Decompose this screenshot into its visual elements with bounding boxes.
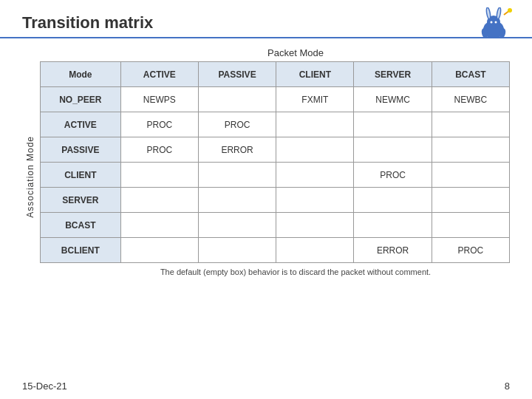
logo-area xyxy=(473,7,517,44)
table-cell xyxy=(276,112,354,137)
table-row: CLIENTPROC xyxy=(41,163,510,188)
table-cell xyxy=(354,137,432,163)
mascot-icon xyxy=(473,7,514,41)
table-cell xyxy=(276,213,354,238)
row-mode-label: ACTIVE xyxy=(41,112,121,137)
row-mode-label: BCAST xyxy=(41,213,121,238)
date-label: 15-Dec-21 xyxy=(22,381,67,392)
footer-note: The default (empty box) behavior is to d… xyxy=(59,267,532,276)
row-mode-label: CLIENT xyxy=(41,163,121,188)
table-row: NO_PEERNEWPSFXMITNEWMCNEWBC xyxy=(41,87,510,112)
table-cell xyxy=(432,213,509,238)
table-cell: PROC xyxy=(354,163,432,188)
table-cell: PROC xyxy=(120,137,198,163)
row-mode-label: NO_PEER xyxy=(41,87,121,112)
table-cell xyxy=(120,163,198,188)
table-cell xyxy=(354,188,432,213)
table-cell xyxy=(120,213,198,238)
table-cell xyxy=(432,188,509,213)
page-number: 8 xyxy=(505,381,510,392)
table-cell xyxy=(198,213,276,238)
table-cell: ERROR xyxy=(198,137,276,163)
table-row: BCLIENTERRORPROC xyxy=(41,238,510,263)
row-mode-label: SERVER xyxy=(41,188,121,213)
packet-mode-label: Packet Mode xyxy=(59,47,532,58)
table-cell xyxy=(354,213,432,238)
col-header-passive: PASSIVE xyxy=(198,62,276,87)
table-cell xyxy=(120,188,198,213)
row-mode-label: BCLIENT xyxy=(41,238,121,263)
col-header-active: ACTIVE xyxy=(120,62,198,87)
svg-point-7 xyxy=(495,21,497,24)
table-cell: NEWPS xyxy=(120,87,198,112)
table-cell xyxy=(198,87,276,112)
table-cell: NEWBC xyxy=(432,87,509,112)
matrix-area: Association Mode Mode ACTIVE PASSIVE CLI… xyxy=(22,61,510,263)
association-mode-wrapper: Association Mode xyxy=(22,61,38,263)
page-title: Transition matrix xyxy=(0,0,532,38)
svg-point-6 xyxy=(491,21,493,24)
table-cell xyxy=(432,163,509,188)
row-mode-label: PASSIVE xyxy=(41,137,121,163)
col-header-client: CLIENT xyxy=(276,62,354,87)
table-cell xyxy=(276,238,354,263)
col-header-bcast: BCAST xyxy=(432,62,509,87)
table-cell xyxy=(120,238,198,263)
table-cell xyxy=(276,137,354,163)
table-row: PASSIVEPROCERROR xyxy=(41,137,510,163)
col-header-mode: Mode xyxy=(41,62,121,87)
transition-matrix-table: Mode ACTIVE PASSIVE CLIENT SERVER BCAST … xyxy=(40,61,510,263)
table-cell xyxy=(432,112,509,137)
table-row: ACTIVEPROCPROC xyxy=(41,112,510,137)
table-cell xyxy=(354,112,432,137)
table-cell: PROC xyxy=(198,112,276,137)
col-header-server: SERVER xyxy=(354,62,432,87)
table-cell xyxy=(276,188,354,213)
table-cell xyxy=(432,137,509,163)
table-row: BCAST xyxy=(41,213,510,238)
table-cell: PROC xyxy=(432,238,509,263)
association-mode-label: Association Mode xyxy=(25,136,35,218)
table-cell xyxy=(198,238,276,263)
table-cell: FXMIT xyxy=(276,87,354,112)
table-cell: PROC xyxy=(120,112,198,137)
bottom-bar: 15-Dec-21 8 xyxy=(22,381,510,392)
table-header-row: Mode ACTIVE PASSIVE CLIENT SERVER BCAST xyxy=(41,62,510,87)
table-cell xyxy=(198,163,276,188)
table-cell: NEWMC xyxy=(354,87,432,112)
table-row: SERVER xyxy=(41,188,510,213)
svg-point-11 xyxy=(508,8,512,13)
table-cell: ERROR xyxy=(354,238,432,263)
table-cell xyxy=(276,163,354,188)
table-cell xyxy=(198,188,276,213)
